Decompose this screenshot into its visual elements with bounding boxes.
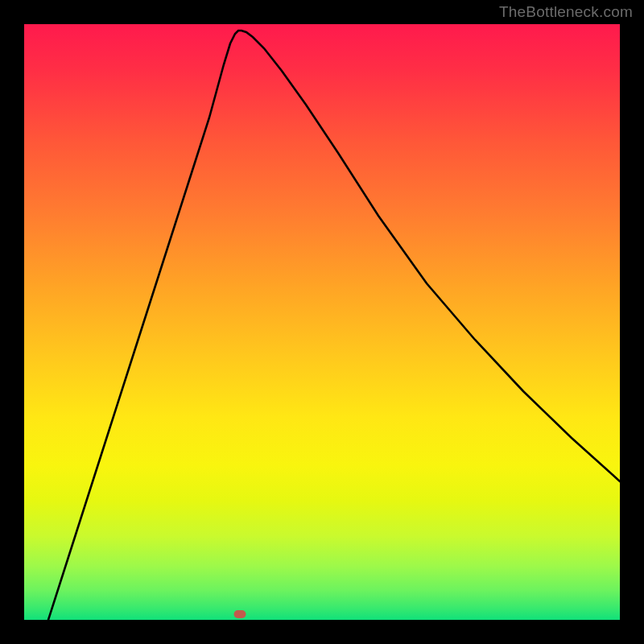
watermark-text: TheBottleneck.com <box>499 3 633 21</box>
chart-frame: TheBottleneck.com <box>0 0 644 644</box>
curve-svg <box>24 24 620 620</box>
bottleneck-curve <box>48 31 620 620</box>
plot-area <box>24 24 620 620</box>
optimal-point-marker <box>234 610 246 618</box>
